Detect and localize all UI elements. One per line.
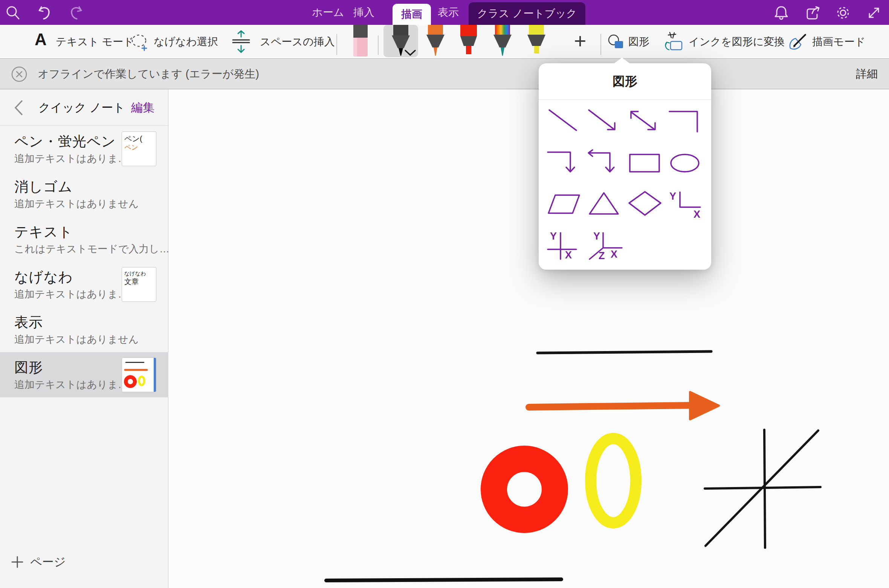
app-title-bar: ホーム 挿入 描画 表示 クラス ノートブック — [0, 0, 889, 25]
search-icon[interactable] — [5, 5, 21, 21]
tab-class-notebook[interactable]: クラス ノートブック — [469, 2, 585, 25]
orange-pen-tool[interactable] — [423, 25, 448, 57]
page-item-text[interactable]: テキスト これはテキストモードで入力し… — [0, 217, 168, 262]
page-thumbnail: ペン( ペン — [122, 131, 156, 166]
share-icon[interactable] — [805, 5, 821, 21]
eraser-tool[interactable] — [350, 25, 371, 57]
diamond-icon — [626, 190, 664, 219]
lasso-select-icon[interactable] — [130, 33, 150, 52]
page-item-shapes-selected[interactable]: 図形 追加テキストはありま… — [0, 352, 168, 397]
page-item-eraser[interactable]: 消しゴム 追加テキストはありません — [0, 171, 168, 217]
shape-corner-left-arrow-down[interactable] — [584, 142, 625, 184]
toolbar-divider — [600, 34, 601, 55]
axis-label-x: X — [611, 249, 617, 260]
expand-icon[interactable] — [866, 5, 882, 21]
ink-to-shape-button[interactable]: インクを図形に変換 — [689, 25, 785, 58]
ink-to-shape-icon[interactable] — [664, 32, 684, 53]
page-title: ペン・蛍光ペン — [14, 132, 116, 151]
page-subtitle: 追加テキストはありま… — [14, 152, 128, 165]
axis-3d-icon: Y Z X — [586, 231, 623, 261]
offline-message: オフラインで作業しています (エラーが発生) — [38, 59, 259, 89]
page-title: 消しゴム — [14, 177, 73, 196]
thumb-text: ペン( — [124, 134, 154, 143]
dismiss-error-icon[interactable] — [11, 66, 28, 83]
shape-ellipse[interactable] — [665, 142, 705, 184]
shape-axis-3d[interactable]: Y Z X — [584, 225, 625, 267]
text-mode-button[interactable]: テキスト モード — [56, 25, 134, 58]
edit-button[interactable]: 編集 — [131, 89, 154, 126]
popup-title: 図形 — [539, 73, 711, 90]
shape-line[interactable] — [544, 101, 584, 142]
drawing-canvas[interactable] — [168, 89, 889, 588]
text-mode-icon: A — [35, 30, 47, 49]
triangle-icon — [586, 190, 623, 219]
undo-icon[interactable] — [36, 5, 53, 21]
rectangle-icon — [626, 148, 664, 178]
shapes-popup: 図形 — [539, 63, 711, 270]
page-subtitle: 追加テキストはありま… — [14, 287, 128, 301]
redo-icon[interactable] — [68, 5, 84, 21]
page-item-view[interactable]: 表示 追加テキストはありません — [0, 307, 168, 352]
axis-2d-corner-icon: Y X — [666, 190, 704, 219]
tab-insert[interactable]: 挿入 — [353, 0, 374, 25]
red-marker-tool[interactable] — [457, 25, 481, 57]
pen-options-chevron-icon[interactable] — [404, 49, 417, 57]
shape-axis-2d-cross[interactable]: Y X — [544, 225, 584, 267]
toolbar-divider — [378, 35, 379, 55]
thumb-text: ペン — [124, 143, 154, 151]
notifications-icon[interactable] — [773, 5, 790, 21]
page-thumbnail: なげなわ 文章 — [122, 267, 156, 302]
page-list-sidebar: クイック ノート 編集 ペン・蛍光ペン 追加テキストはありま… ペン( ペン 消… — [0, 89, 168, 588]
add-pen-button[interactable]: + — [567, 25, 593, 58]
page-title: なげなわ — [14, 268, 73, 287]
shape-corner-arrow-down[interactable] — [544, 142, 584, 184]
lasso-select-button[interactable]: なげなわ選択 — [154, 25, 218, 58]
arrow-icon — [586, 107, 623, 136]
settings-icon[interactable] — [835, 5, 851, 21]
tab-view[interactable]: 表示 — [438, 0, 459, 25]
sidebar-header: クイック ノート 編集 — [0, 89, 168, 126]
corner-icon — [666, 107, 704, 136]
page-subtitle: 追加テキストはありません — [14, 197, 139, 211]
plus-icon — [11, 555, 24, 569]
shapes-button[interactable]: 図形 — [628, 25, 649, 58]
shape-diamond[interactable] — [625, 184, 665, 225]
shape-corner[interactable] — [665, 101, 705, 142]
shape-double-arrow[interactable] — [625, 101, 665, 142]
axis-label-x: X — [565, 249, 572, 261]
page-item-pen-highlighter[interactable]: ペン・蛍光ペン 追加テキストはありま… ペン( ペン — [0, 126, 168, 171]
page-subtitle: これはテキストモードで入力し… — [14, 242, 170, 256]
thumb-text: なげなわ — [124, 270, 154, 277]
corner-arrow-down-icon — [545, 148, 583, 178]
page-subtitle: 追加テキストはありま… — [14, 378, 128, 391]
shapes-icon[interactable] — [607, 34, 625, 50]
yellow-highlighter-tool[interactable] — [524, 25, 548, 57]
details-button[interactable]: 詳細 — [856, 59, 878, 89]
shape-triangle[interactable] — [584, 184, 625, 225]
insert-space-button[interactable]: スペースの挿入 — [260, 25, 335, 58]
double-arrow-icon — [626, 107, 664, 136]
rainbow-pen-tool[interactable] — [490, 25, 515, 57]
draw-ribbon-toolbar: A テキスト モード なげなわ選択 スペースの挿入 — [0, 25, 889, 58]
page-title: 表示 — [14, 313, 43, 332]
page-item-lasso[interactable]: なげなわ 追加テキストはありま… なげなわ 文章 — [0, 262, 168, 307]
notebook-section-title: クイック ノート — [38, 89, 125, 126]
axis-label-y: Y — [593, 231, 600, 242]
shape-rectangle[interactable] — [625, 142, 665, 184]
page-subtitle: 追加テキストはありません — [14, 333, 139, 346]
draw-mode-icon[interactable] — [788, 33, 808, 51]
back-chevron-icon[interactable] — [14, 100, 23, 116]
tab-draw-active[interactable]: 描画 — [393, 4, 431, 25]
tab-home[interactable]: ホーム — [312, 0, 344, 25]
insert-space-icon[interactable] — [231, 30, 252, 54]
axis-label-x: X — [693, 209, 700, 219]
shape-arrow[interactable] — [584, 101, 625, 142]
draw-mode-button[interactable]: 描画モード — [812, 25, 865, 58]
axis-label-y: Y — [550, 231, 557, 242]
add-page-label: ページ — [30, 551, 66, 573]
toolbar-divider — [336, 34, 337, 55]
shape-parallelogram[interactable] — [544, 184, 584, 225]
add-page-button[interactable]: ページ — [0, 551, 168, 573]
shape-axis-2d-corner[interactable]: Y X — [665, 184, 705, 225]
ellipse-icon — [666, 148, 704, 178]
